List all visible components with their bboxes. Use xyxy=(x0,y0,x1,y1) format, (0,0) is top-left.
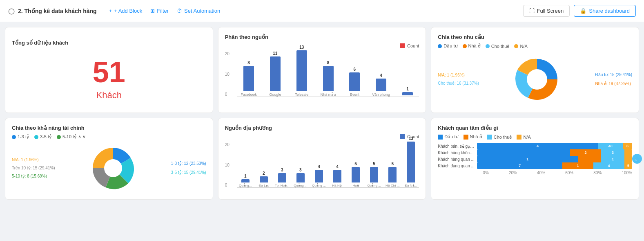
dia-bar-group: 5 Hồ Chí ... xyxy=(384,162,401,187)
lbl-na-qt: N/A xyxy=(523,135,530,140)
dot-nha-o xyxy=(463,44,467,48)
plus-icon: + xyxy=(109,8,112,14)
nhu-cau-pie-labels-right: Đầu tư: 15 (29.41%) Nhà ở: 19 (37.25%) xyxy=(595,70,632,88)
add-block-button[interactable]: + + Add Block xyxy=(109,8,143,14)
label-5-10ty: 5-10 tỷ ∧ ∨ xyxy=(62,134,86,140)
card-nguon-dia-phuong: Nguồn địa phương Count 20 10 0 1 Quảng..… xyxy=(218,118,426,200)
dot-1-3ty xyxy=(12,135,16,139)
chia-nhu-cau-title: Chia theo nhu cầu xyxy=(438,34,632,40)
qt-row-label: Khách hàng không... xyxy=(438,151,475,155)
dia-bar-top-label: 4 xyxy=(318,164,320,169)
dia-bar-top-label: 4 xyxy=(336,164,339,169)
card-total: Tổng số dữ liệu khách 51 Khách xyxy=(5,27,213,113)
sq-dau-tu xyxy=(438,135,443,140)
dia-bar xyxy=(388,167,397,182)
dia-bar-bottom-label: Đà Nẵ... xyxy=(405,184,417,187)
nhu-cau-pie-chart xyxy=(510,53,564,106)
card-khach-quan-tam: Khách quan tâm điều gì Đầu tư Nhà ở Cho … xyxy=(431,118,639,200)
dia-bar-top-label: 5 xyxy=(373,162,375,166)
bar xyxy=(402,92,413,95)
bar-top-label: 11 xyxy=(273,51,277,56)
dia-bar-bottom-label: Hồ Chí ... xyxy=(386,184,399,187)
qt-bar-seg: 1 xyxy=(601,156,624,162)
dia-bar-bottom-label: Đà Lạt xyxy=(259,184,269,187)
qt-bar-seg xyxy=(624,149,632,156)
pie-center-tai xyxy=(104,159,122,177)
bar xyxy=(323,66,334,91)
share-dashboard-button[interactable]: 🔒 Share dashboard xyxy=(574,5,636,17)
dia-bar-bottom-label: Quảng ... xyxy=(312,184,325,187)
bar-bottom-label: Google xyxy=(269,92,281,97)
lbl-nha-o-qt: Nhà ở xyxy=(470,134,482,140)
dashboard: Tổng số dữ liệu khách 51 Khách Phân theo… xyxy=(0,22,644,205)
nhu-cau-pie-area: N/A: 1 (1.96%) Cho thuê: 16 (31.37%) Đầu… xyxy=(438,53,632,106)
qt-bar-seg: 6 xyxy=(623,143,632,149)
dia-bar-top-label: 1 xyxy=(244,174,247,178)
dot-5-10ty xyxy=(57,135,61,139)
bar-group: 6 Event xyxy=(343,67,366,97)
dot-dau-tu xyxy=(438,44,442,48)
dia-bar-group: 1 Quảng... xyxy=(237,174,254,187)
filter-button[interactable]: ⊞ Filter xyxy=(150,8,169,14)
dia-bar xyxy=(352,167,360,182)
phan-nguon-legend: Count xyxy=(225,43,419,48)
qt-bar-seg: 4 xyxy=(477,143,598,149)
dia-bar-bottom-label: Quảng ... xyxy=(367,184,381,187)
scroll-indicator[interactable]: 💧 xyxy=(632,154,642,164)
bar-bottom-label: Nhà mẫu xyxy=(321,92,336,97)
dia-bar-group: 2 Đà Lạt xyxy=(256,171,272,187)
bar-group: 8 Nhà mẫu xyxy=(316,61,340,97)
nguon-baseline xyxy=(237,187,419,188)
dot-3-5ty xyxy=(34,135,38,139)
label-nhao-pct: Nhà ở: 19 (37.25%) xyxy=(595,79,632,88)
qt-row: Khách đang quan ...7145 xyxy=(438,162,632,169)
qt-row-label: Khách đang quan ... xyxy=(438,164,475,168)
card-chia-nhu-cau: Chia theo nhu cầu Đầu tư Nhà ở Cho thuê … xyxy=(431,27,639,113)
dia-bar-group: 3 Tp. Huế... xyxy=(274,168,290,187)
bar-group: 8 Facebook xyxy=(237,61,261,97)
clock-icon: ◯ xyxy=(8,8,15,14)
dia-bar xyxy=(407,142,415,182)
header-actions: + + Add Block ⊞ Filter ⏱ Set Automation xyxy=(109,8,523,14)
header-right: ⛶ Full Screen 🔒 Share dashboard xyxy=(523,5,636,17)
bar-top-label: 6 xyxy=(354,67,356,72)
total-label: Khách xyxy=(12,90,206,101)
dia-bar xyxy=(370,167,378,182)
label-1-3ty: 1-3 tỷ xyxy=(18,134,29,140)
dia-bar-bottom-label: Huế xyxy=(352,184,359,187)
bar-top-label: 4 xyxy=(380,73,382,78)
bar-top-label: 13 xyxy=(299,45,304,50)
dia-bar xyxy=(260,176,268,182)
phan-nguon-y-axis: 20 10 0 xyxy=(225,52,230,97)
bar xyxy=(349,72,360,91)
dia-bar xyxy=(333,170,341,182)
bar-top-label: 8 xyxy=(327,61,330,65)
dot-cho-thue xyxy=(486,44,490,48)
dia-bar-group: 3 Quảng ... xyxy=(292,168,309,187)
dia-bar-group: 5 Quảng ... xyxy=(366,162,382,187)
bar-group: 4 Văn phòng xyxy=(370,73,393,97)
dia-bar-bottom-label: Quảng... xyxy=(239,184,252,187)
qt-bar-seg: 1 xyxy=(477,156,578,162)
sq-cho-thue xyxy=(487,135,492,140)
automation-icon: ⏱ xyxy=(177,8,182,14)
dia-bar-group: 4 Quảng ... xyxy=(311,164,327,187)
dia-bar xyxy=(315,170,323,182)
set-automation-button[interactable]: ⏱ Set Automation xyxy=(177,8,220,14)
bar-bottom-label: Telesale xyxy=(295,92,308,97)
qt-bar-track: 23 xyxy=(477,149,632,156)
fullscreen-button[interactable]: ⛶ Full Screen xyxy=(523,5,570,17)
dia-bar-group: 5 Huế xyxy=(348,162,364,187)
phan-nguon-bars: 8 Facebook 11 Google 13 Telesale 8 Nhà m… xyxy=(237,52,419,97)
nguon-dia-y-axis: 20 10 0 xyxy=(225,142,230,187)
nguon-dia-phuong-legend: Count xyxy=(225,134,419,139)
label-chothue-pct: Cho thuê: 16 (31.37%) xyxy=(438,79,479,88)
label-nha-o: Nhà ở xyxy=(468,43,481,49)
legend-count-label: Count xyxy=(407,43,419,48)
bar-bottom-label: Văn phòng xyxy=(372,92,390,97)
sq-nha-o xyxy=(464,135,468,140)
total-number: 51 xyxy=(12,57,206,87)
dia-bar-bottom-label: Tp. Huế... xyxy=(275,184,290,187)
card-tai-chinh: Chia theo khả năng tài chính 1-3 tỷ 3-5 … xyxy=(5,118,213,200)
qt-bar-seg: 4 xyxy=(593,162,624,169)
